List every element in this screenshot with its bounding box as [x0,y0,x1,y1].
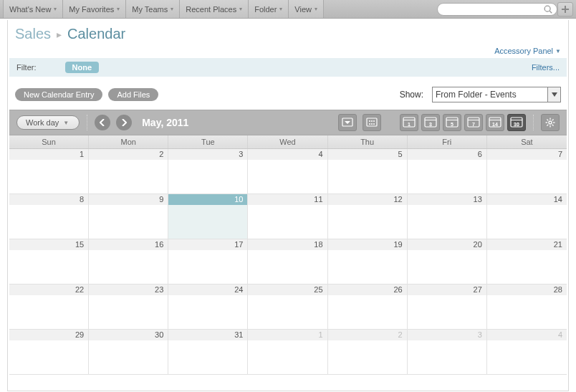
range-5-button[interactable]: 5 [443,114,461,131]
range-3-button[interactable]: 3 [421,114,440,131]
workday-dropdown[interactable]: Work day ▼ [16,115,80,130]
calendar-cell[interactable]: 21 [487,239,567,285]
chevron-down-icon: ▾ [117,6,120,12]
nav-folder[interactable]: Folder▾ [249,0,289,18]
calendar-grid: 1234567891011121314151617181920212223242… [9,149,567,375]
calendar-cell[interactable]: 23 [89,285,168,330]
calendar-cell[interactable]: 13 [408,194,487,239]
calendar-cell[interactable]: 26 [328,285,408,330]
svg-text:7: 7 [472,122,475,127]
range-7-button[interactable]: 7 [464,114,483,131]
show-select[interactable]: From Folder - Events [432,87,561,102]
nav-label: My Teams [132,5,168,14]
day-number: 2 [328,330,407,340]
calendar-cell[interactable]: 19 [328,239,408,285]
calendar-cell[interactable]: 16 [89,239,168,285]
calendar-cell[interactable]: 22 [9,285,89,330]
day-number: 18 [248,239,327,250]
filters-link[interactable]: Filters... [532,63,560,72]
svg-point-4 [369,120,370,122]
prev-month-button[interactable] [95,115,110,130]
search-input[interactable] [437,3,557,16]
svg-point-9 [373,123,375,125]
nav-whats-new[interactable]: What's New▾ [3,0,63,18]
calendar-cell[interactable]: 31 [168,330,248,375]
nav-recent-places[interactable]: Recent Places▾ [180,0,249,18]
calendar-cell[interactable]: 1 [248,330,327,375]
chevron-down-icon: ▾ [171,6,173,12]
new-calendar-entry-button[interactable]: New Calendar Entry [15,88,102,101]
day-number: 15 [9,239,88,250]
calendar-cell[interactable]: 4 [487,330,567,375]
svg-line-1 [549,11,552,13]
day-number: 6 [408,149,486,160]
filter-none-pill[interactable]: None [65,62,100,73]
calendar-cell[interactable]: 29 [9,330,89,375]
svg-line-34 [552,125,554,126]
range-14-button[interactable]: 14 [486,114,504,131]
calendar-cell[interactable]: 24 [168,285,248,330]
calendar-cell[interactable]: 28 [487,285,567,330]
search-icon [543,4,553,14]
calendar-cell[interactable]: 4 [248,149,327,194]
calendar-cell[interactable]: 8 [9,194,89,239]
calendar-cell[interactable]: 7 [487,149,567,194]
calendar-cell[interactable]: 2 [328,330,408,375]
calendar-cell[interactable]: 2 [89,149,168,194]
calendar-grid-icon [366,118,378,128]
chevron-down-icon: ▾ [239,6,242,12]
calendar-cell[interactable]: 20 [408,239,487,285]
chevron-right-icon [121,119,127,126]
nav-my-teams[interactable]: My Teams▾ [126,0,180,18]
view-dropdown-button[interactable] [338,114,357,131]
svg-text:30: 30 [514,122,519,127]
calendar-cell[interactable]: 6 [408,149,487,194]
show-label: Show: [400,90,423,100]
calendar-cell[interactable]: 12 [328,194,408,239]
calendar-cell[interactable]: 9 [89,194,168,239]
add-button[interactable] [557,2,573,16]
range-icon: 5 [446,117,459,128]
day-number: 8 [9,194,88,205]
breadcrumb-root[interactable]: Sales [15,26,51,42]
calendar-cell[interactable]: 14 [487,194,567,239]
calendar-cell[interactable]: 30 [89,330,168,375]
nav-my-favorites[interactable]: My Favorites▾ [63,0,126,18]
add-files-button[interactable]: Add Files [108,88,158,101]
calendar-cell[interactable]: 5 [328,149,408,194]
settings-button[interactable] [541,114,560,131]
calendar-cell[interactable]: 17 [168,239,248,285]
actions-toolbar: New Calendar Entry Add Files Show: From … [8,77,568,110]
range-1-button[interactable]: 1 [400,114,418,131]
accessory-panel-label: Accessory Panel [494,47,553,55]
day-number: 12 [328,194,407,205]
accessory-panel-toggle[interactable]: Accessory Panel ▼ [494,47,561,55]
nav-view[interactable]: View▾ [289,0,324,18]
calendar-cell[interactable]: 3 [408,330,487,375]
view-grid-button[interactable] [363,114,381,131]
day-number: 10 [168,194,247,205]
calendar-cell[interactable]: 11 [248,194,327,239]
next-month-button[interactable] [116,115,132,130]
day-header: Wed [248,135,327,148]
filter-label: Filter: [16,63,37,72]
calendar-cell[interactable]: 1 [9,149,89,194]
day-number: 1 [9,149,88,160]
day-number: 31 [168,330,247,340]
chevron-down-icon: ▾ [279,6,282,12]
range-30-button[interactable]: 30 [507,114,526,131]
day-number: 28 [487,285,567,295]
calendar-cell[interactable]: 18 [248,239,327,285]
day-header-row: SunMonTueWedThuFriSat [9,135,567,149]
calendar-cell[interactable]: 25 [248,285,327,330]
day-number: 27 [408,285,486,295]
calendar-cell[interactable]: 3 [168,149,248,194]
workday-label: Work day [26,118,59,127]
day-number: 13 [408,194,486,205]
svg-point-28 [549,121,552,124]
calendar-cell[interactable]: 15 [9,239,89,285]
calendar-cell[interactable]: 27 [408,285,487,330]
day-header: Sat [487,135,567,148]
calendar-cell[interactable]: 10 [168,194,248,239]
nav-label: What's New [9,5,51,14]
